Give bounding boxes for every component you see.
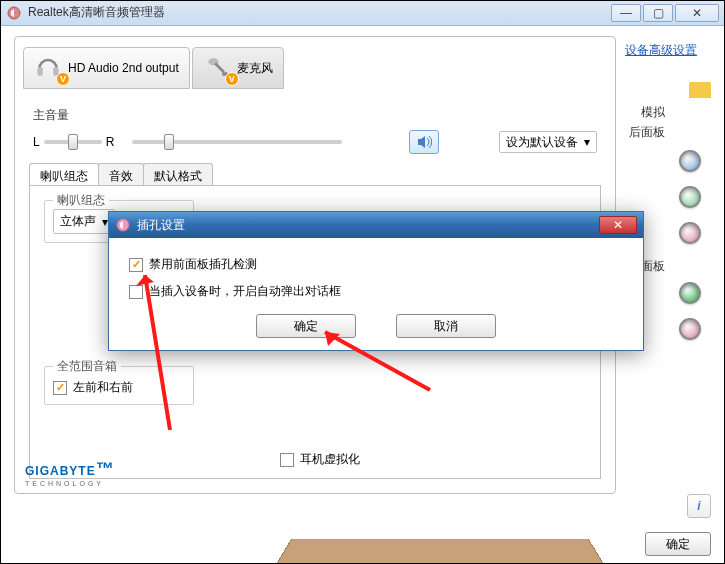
jack-green[interactable]: [679, 186, 701, 208]
check-left-right[interactable]: 左前和右前: [53, 379, 185, 396]
volume-slider[interactable]: [132, 140, 342, 144]
speaker-icon: [6, 5, 22, 21]
jack-pink[interactable]: [679, 222, 701, 244]
badge-v-icon: V: [225, 72, 239, 86]
info-button[interactable]: i: [687, 494, 711, 518]
jack-settings-dialog: 插孔设置 ✕ 禁用前面板插孔检测 当插入设备时，开启自动弹出对话框 确定 取消: [108, 211, 644, 351]
check-auto-popup[interactable]: 当插入设备时，开启自动弹出对话框: [129, 283, 623, 300]
window-title: Realtek高清晰音频管理器: [28, 4, 609, 21]
analog-label: 模拟: [641, 104, 665, 121]
badge-v-icon: V: [56, 72, 70, 86]
check2-label: 当插入设备时，开启自动弹出对话框: [149, 283, 341, 300]
headphone-virt-label: 耳机虚拟化: [300, 451, 360, 468]
sound-icon: [416, 134, 432, 150]
tab-microphone[interactable]: V 麦克风: [192, 47, 284, 89]
device-tabs: V HD Audio 2nd output V 麦克风: [23, 47, 286, 89]
svg-rect-1: [38, 67, 43, 76]
modal-ok-button[interactable]: 确定: [256, 314, 356, 338]
default-device-dropdown[interactable]: 设为默认设备 ▾: [499, 131, 597, 153]
modal-close-button[interactable]: ✕: [599, 216, 637, 234]
check1-label: 禁用前面板插孔检测: [149, 256, 257, 273]
balance-right: R: [106, 135, 115, 149]
modal-title: 插孔设置: [137, 217, 599, 234]
speaker-icon: [115, 217, 131, 233]
modal-cancel-button[interactable]: 取消: [396, 314, 496, 338]
balance-left: L: [33, 135, 40, 149]
brand-text: GIGABYTE: [25, 464, 96, 478]
check-disable-front-jack[interactable]: 禁用前面板插孔检测: [129, 256, 623, 273]
tab-mic-label: 麦克风: [237, 60, 273, 77]
modal-titlebar: 插孔设置 ✕: [109, 212, 643, 238]
back-panel-label: 后面板: [629, 124, 665, 141]
jack-front-pink[interactable]: [679, 318, 701, 340]
tab-hd-audio[interactable]: V HD Audio 2nd output: [23, 47, 190, 89]
combo-value: 立体声: [60, 213, 96, 230]
brand-logo: GIGABYTE™ TECHNOLOGY: [25, 459, 115, 487]
chevron-down-icon: ▾: [584, 135, 590, 149]
main-ok-button[interactable]: 确定: [645, 532, 711, 556]
maximize-button[interactable]: ▢: [643, 4, 673, 22]
volume-section: 主音量 L R 设为默认设备 ▾: [33, 107, 597, 154]
dropdown-label: 设为默认设备: [506, 134, 578, 151]
tab-hd-audio-label: HD Audio 2nd output: [68, 61, 179, 75]
folder-icon[interactable]: [689, 82, 711, 98]
minimize-button[interactable]: —: [611, 4, 641, 22]
speaker-config-legend: 喇叭组态: [53, 192, 109, 209]
titlebar: Realtek高清晰音频管理器 — ▢ ✕: [0, 0, 725, 26]
check-headphone-virt[interactable]: 耳机虚拟化: [280, 451, 360, 468]
checkbox-icon: [129, 258, 143, 272]
advanced-settings-link[interactable]: 设备高级设置: [625, 42, 697, 59]
jack-blue[interactable]: [679, 150, 701, 172]
jack-front-green[interactable]: [679, 282, 701, 304]
volume-label: 主音量: [33, 107, 597, 124]
speaker-layout-combo[interactable]: 立体声 ▾: [53, 209, 115, 234]
checkbox-icon: [53, 381, 67, 395]
checkbox-icon: [129, 285, 143, 299]
brand-sub: TECHNOLOGY: [25, 480, 115, 487]
check-lr-label: 左前和右前: [73, 379, 133, 396]
fullrange-legend: 全范围音箱: [53, 358, 121, 375]
checkbox-icon: [280, 453, 294, 467]
sound-test-button[interactable]: [409, 130, 439, 154]
close-button[interactable]: ✕: [675, 4, 719, 22]
balance-slider[interactable]: L R: [33, 135, 114, 149]
